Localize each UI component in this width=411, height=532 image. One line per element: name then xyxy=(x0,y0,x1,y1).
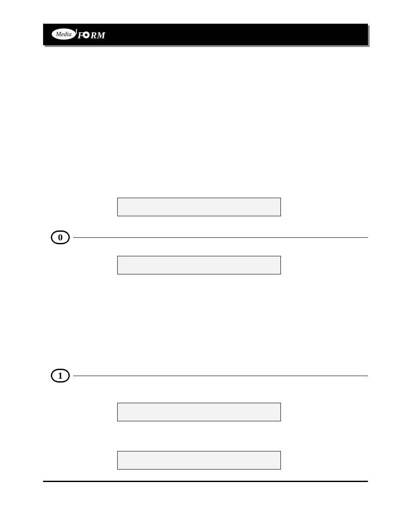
step-0-line xyxy=(73,237,368,238)
step-1-row: 1 xyxy=(51,369,368,383)
footer-line xyxy=(43,481,368,482)
display-box-3 xyxy=(117,403,281,421)
step-1-number: 1 xyxy=(51,369,70,383)
display-box-1 xyxy=(117,198,281,216)
logo-media-text: Media xyxy=(56,31,72,37)
mediaform-logo: Media F RM xyxy=(51,27,111,41)
logo-rm-text: RM xyxy=(90,30,106,40)
svg-point-2 xyxy=(85,34,87,36)
step-1-line xyxy=(73,376,368,376)
step-0-row: 0 xyxy=(51,230,368,244)
display-box-4 xyxy=(117,451,281,470)
display-box-2 xyxy=(117,256,281,274)
step-0-number: 0 xyxy=(51,230,70,244)
header-bar: Media F RM xyxy=(43,24,368,45)
